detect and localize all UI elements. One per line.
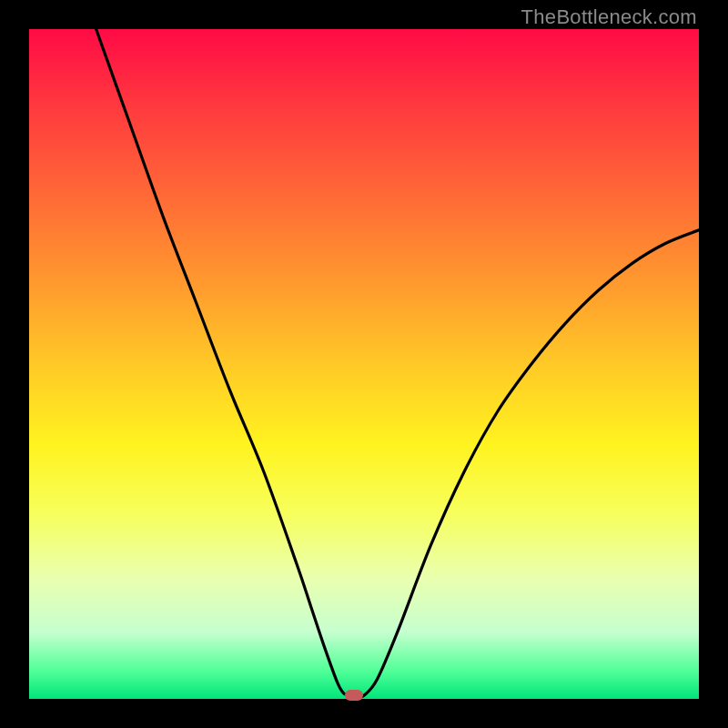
plot-area (29, 29, 699, 699)
watermark-text: TheBottleneck.com (521, 5, 697, 29)
bottleneck-curve (96, 29, 699, 697)
curve-svg (29, 29, 699, 699)
optimal-marker (345, 690, 363, 701)
chart-frame: TheBottleneck.com (0, 0, 728, 728)
